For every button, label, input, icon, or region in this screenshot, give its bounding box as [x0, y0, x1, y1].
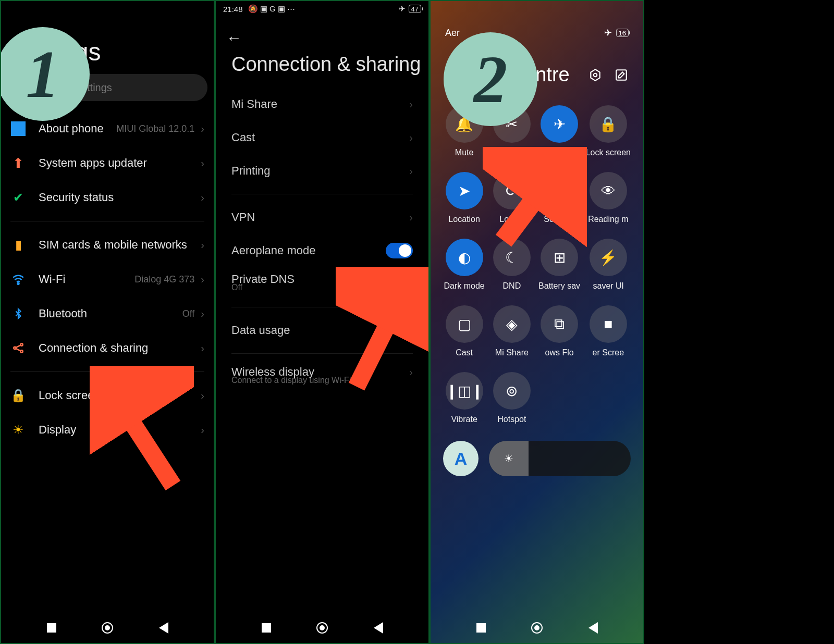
bolt-icon: ⚡	[590, 239, 627, 276]
cc-tile-rotate[interactable]: ⟳Lock o	[490, 172, 533, 224]
bluetooth-icon	[10, 306, 26, 321]
cc-tile-hotspot[interactable]: ⊚Hotspot	[490, 372, 533, 424]
nav-home-icon[interactable]	[531, 622, 543, 634]
cc-tile-window[interactable]: ⧉ows Flo	[538, 305, 580, 357]
row-cast[interactable]: Cast ›	[216, 121, 428, 154]
status-bar: 21:48 🔕 ▣ G ▣ ⋯ ✈ 47	[216, 1, 428, 17]
cc-tile-label: Reading m	[588, 215, 628, 224]
back-button[interactable]: ←	[226, 29, 242, 47]
step-number: 2	[474, 40, 508, 118]
camera-icon: ■	[590, 305, 627, 343]
row-mi-share[interactable]: Mi Share ›	[216, 88, 428, 121]
row-label: Printing	[231, 164, 271, 178]
status-time: 21:48	[223, 5, 243, 14]
nav-back-icon[interactable]	[588, 622, 598, 634]
share-icon	[10, 340, 26, 356]
cc-tile-label: Hotspot	[497, 415, 526, 424]
row-label: Data usage	[231, 324, 290, 337]
chevron-right-icon: ›	[409, 165, 413, 177]
item-security-status[interactable]: ✔ Security status ›	[1, 180, 214, 215]
item-label: Display	[39, 423, 76, 437]
gear-icon[interactable]	[588, 68, 603, 82]
wifi-icon	[10, 271, 26, 287]
cc-tile-vibrate[interactable]: ❙◫❙Vibrate	[443, 372, 485, 424]
cc-tile-lock[interactable]: 🔒Lock screen	[586, 105, 631, 157]
cc-tile-camera[interactable]: ■er Scree	[586, 305, 631, 357]
item-lock-screen[interactable]: 🔒 Lock screen ›	[1, 378, 214, 413]
plane-icon: ✈	[604, 27, 612, 39]
row-printing[interactable]: Printing ›	[216, 154, 428, 188]
cc-tile-moon[interactable]: ☾DND	[490, 239, 533, 291]
nav-home-icon[interactable]	[316, 622, 328, 634]
nav-recent-icon[interactable]	[476, 623, 486, 633]
nav-home-icon[interactable]	[102, 622, 113, 634]
rotate-icon: ⟳	[493, 172, 531, 209]
row-aeroplane-mode[interactable]: Aeroplane mode	[216, 234, 428, 267]
cc-tile-scan[interactable]: ⌗Scanner	[538, 172, 580, 224]
item-wifi[interactable]: Wi-Fi Dialog 4G 373 ›	[1, 262, 214, 296]
item-label: Bluetooth	[39, 307, 87, 320]
step-number: 1	[26, 35, 60, 113]
row-label: Aeroplane mode	[231, 244, 315, 257]
cc-tile-label: Location	[448, 215, 480, 224]
cc-tile-bolt[interactable]: ⚡saver Ul	[586, 239, 631, 291]
cc-tile-eye[interactable]: 👁Reading m	[586, 172, 631, 224]
cc-tile-dark[interactable]: ◐Dark mode	[443, 239, 485, 291]
brightness-slider[interactable]: ☀	[489, 441, 631, 476]
row-vpn[interactable]: VPN ›	[216, 201, 428, 234]
avatar[interactable]: A	[443, 441, 479, 476]
plane-icon: ✈	[399, 4, 406, 14]
svg-point-0	[17, 283, 19, 284]
cc-tile-label: Vibrate	[451, 415, 477, 424]
row-label: Mi Share	[231, 97, 277, 111]
svg-point-1	[14, 347, 16, 349]
android-navbar	[1, 622, 214, 634]
cc-tile-label: Lock screen	[586, 148, 631, 157]
item-bluetooth[interactable]: Bluetooth Off ›	[1, 296, 214, 331]
dark-icon: ◐	[446, 239, 483, 276]
divider	[231, 307, 413, 307]
cc-tile-label: Cast	[456, 348, 473, 357]
chevron-right-icon: ›	[201, 424, 204, 436]
chevron-right-icon: ›	[409, 132, 413, 144]
eye-icon: 👁	[590, 172, 627, 209]
cc-bottom-row: A ☀	[443, 441, 631, 476]
panel-connection-sharing: 21:48 🔕 ▣ G ▣ ⋯ ✈ 47 ← Connection & shar…	[215, 0, 430, 644]
cc-tile-mishare[interactable]: ◈Mi Share	[490, 305, 533, 357]
cc-tile-cast[interactable]: ▢Cast	[443, 305, 485, 357]
cc-tile-batt[interactable]: ⊞Battery sav	[538, 239, 580, 291]
item-connection-sharing[interactable]: Connection & sharing ›	[1, 331, 214, 365]
item-label: Connection & sharing	[39, 341, 148, 355]
cc-tile-label: Mute	[455, 148, 474, 157]
item-sim-cards[interactable]: ▮ SIM cards & mobile networks ›	[1, 228, 214, 262]
cc-tile-label: Battery sav	[538, 281, 580, 291]
nav-back-icon[interactable]	[159, 622, 168, 634]
edit-icon[interactable]	[614, 68, 629, 82]
chevron-right-icon: ›	[201, 123, 204, 135]
nav-recent-icon[interactable]	[262, 623, 271, 633]
item-system-apps-updater[interactable]: ⬆ System apps updater ›	[1, 146, 214, 180]
battery-icon: 16	[616, 29, 629, 37]
row-data-usage[interactable]: Data usage ›	[216, 314, 428, 347]
batt-icon: ⊞	[541, 239, 578, 276]
aeroplane-toggle[interactable]	[386, 243, 413, 258]
item-label: SIM cards & mobile networks	[39, 238, 187, 252]
nav-recent-icon[interactable]	[47, 623, 56, 633]
nav-back-icon[interactable]	[374, 622, 383, 634]
item-label: Wi-Fi	[39, 273, 65, 286]
lock-icon: 🔒	[590, 105, 627, 143]
android-navbar	[431, 622, 643, 634]
cc-tile-plane[interactable]: ✈Aerop	[538, 105, 580, 157]
cc-tile-label: Scanner	[544, 215, 575, 224]
cc-tile-label: Mi Share	[495, 348, 529, 357]
item-value: Off	[182, 308, 201, 319]
moon-icon: ☾	[493, 239, 531, 276]
mishare-icon: ◈	[493, 305, 531, 343]
cc-tile-nav[interactable]: ➤Location	[443, 172, 485, 224]
divider	[10, 221, 204, 221]
item-label: About phone	[39, 122, 104, 135]
item-display[interactable]: ☀ Display ›	[1, 413, 214, 447]
status-bar: Aer ✈ 16	[431, 27, 643, 39]
cc-tile-label: DND	[503, 281, 521, 291]
svg-point-7	[594, 73, 597, 77]
